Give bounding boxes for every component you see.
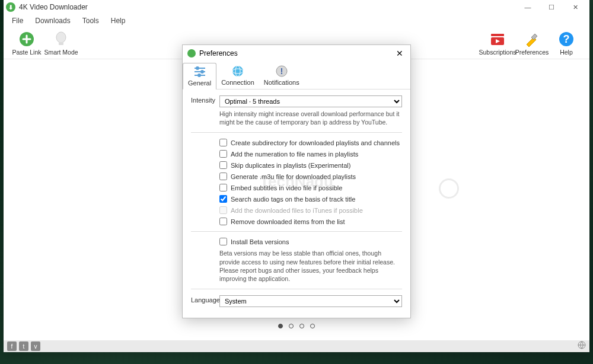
intensity-hint: High intensity might increase overall do…	[219, 110, 402, 126]
alert-icon: !	[275, 65, 288, 78]
app-icon: ⬇	[6, 2, 15, 12]
paste-link-button[interactable]: Paste Link	[9, 29, 44, 58]
dialog-close-button[interactable]: ✕	[394, 47, 406, 59]
statusbar: f t v	[4, 340, 589, 352]
subscriptions-icon	[489, 31, 506, 47]
menu-help[interactable]: Help	[106, 15, 130, 26]
svg-point-13	[197, 74, 201, 77]
beta-label: Install Beta versions	[231, 238, 289, 245]
option-checkbox[interactable]	[219, 150, 227, 158]
titlebar: ⬇ 4K Video Downloader — ☐ ✕	[4, 0, 589, 14]
svg-text:?: ?	[563, 33, 570, 45]
globe-icon	[231, 65, 244, 78]
close-button[interactable]: ✕	[563, 0, 587, 14]
help-label: Help	[560, 49, 573, 56]
dot-4[interactable]	[310, 324, 315, 328]
tab-general[interactable]: General	[183, 63, 216, 90]
tab-connection-label: Connection	[221, 79, 254, 86]
checkbox-row[interactable]: Create subdirectory for downloaded playl…	[219, 139, 402, 146]
svg-rect-3	[491, 34, 504, 36]
checkbox-row[interactable]: Embed subtitles in video file if possibl…	[219, 184, 402, 191]
preferences-button[interactable]: Preferences	[515, 29, 549, 58]
option-label: Embed subtitles in video file if possibl…	[231, 184, 342, 191]
checkbox-row[interactable]: Add the numeration to file names in play…	[219, 150, 402, 158]
plus-icon	[18, 31, 35, 47]
window-title: 4K Video Downloader	[19, 3, 516, 11]
option-checkbox	[219, 206, 227, 214]
dot-1[interactable]	[278, 324, 283, 328]
globe-icon[interactable]	[578, 341, 586, 352]
minimize-button[interactable]: —	[516, 0, 540, 14]
tab-notifications[interactable]: ! Notifications	[259, 63, 304, 89]
svg-point-1	[56, 32, 66, 43]
beta-hint: Beta versions may be less stable than of…	[219, 249, 402, 283]
svg-point-11	[200, 70, 204, 74]
option-checkbox[interactable]	[219, 184, 227, 191]
preferences-label: Preferences	[515, 49, 549, 56]
menubar: File Downloads Tools Help	[4, 14, 589, 27]
intensity-label: Intensity	[191, 95, 219, 104]
menu-file[interactable]: File	[7, 15, 28, 26]
dialog-titlebar: Preferences ✕	[183, 45, 410, 62]
dialog-body: Intensity Optimal · 5 threads High inten…	[183, 90, 410, 318]
option-checkbox[interactable]	[219, 161, 227, 169]
divider	[191, 231, 402, 232]
tools-icon	[524, 31, 540, 47]
option-label: Add the numeration to file names in play…	[231, 151, 358, 158]
subscriptions-button[interactable]: Subscriptions	[480, 29, 515, 58]
tab-connection[interactable]: Connection	[216, 63, 259, 89]
option-label: Add the downloaded files to iTunes if po…	[231, 207, 363, 214]
checkbox-row[interactable]: Generate .m3u file for downloaded playli…	[219, 173, 402, 180]
intensity-select[interactable]: Optimal · 5 threads	[219, 95, 402, 107]
svg-point-9	[196, 66, 199, 70]
beta-checkbox-row[interactable]: Install Beta versions	[219, 238, 402, 245]
option-checkbox[interactable]	[219, 173, 227, 180]
option-label: Remove downloaded items from the list	[231, 218, 345, 225]
language-select[interactable]: System	[219, 295, 402, 307]
checkbox-row: Add the downloaded files to iTunes if po…	[219, 206, 402, 214]
sliders-icon	[193, 65, 206, 78]
option-checkbox[interactable]	[219, 139, 227, 146]
tab-general-label: General	[188, 79, 211, 87]
option-checkbox[interactable]	[219, 195, 227, 203]
subscriptions-label: Subscriptions	[479, 49, 516, 56]
option-label: Create subdirectory for downloaded playl…	[231, 139, 400, 146]
svg-text:!: !	[280, 66, 283, 76]
paste-link-label: Paste Link	[12, 49, 41, 56]
divider	[191, 132, 402, 133]
smart-mode-button[interactable]: Smart Mode	[44, 29, 78, 58]
preferences-dialog: Preferences ✕ General Connection ! Notif…	[182, 44, 411, 318]
tab-notifications-label: Notifications	[264, 79, 299, 86]
option-label: Generate .m3u file for downloaded playli…	[231, 173, 356, 180]
pager-dots	[278, 324, 315, 328]
dot-2[interactable]	[289, 324, 294, 328]
twitter-icon[interactable]: t	[19, 341, 28, 351]
divider	[191, 289, 402, 289]
help-icon: ?	[558, 31, 575, 47]
option-checkbox[interactable]	[219, 218, 227, 225]
menu-downloads[interactable]: Downloads	[30, 15, 75, 26]
checkbox-row[interactable]: Remove downloaded items from the list	[219, 218, 402, 225]
option-label: Skip duplicates in playlists (Experiment…	[231, 162, 350, 169]
facebook-icon[interactable]: f	[7, 341, 17, 351]
language-label: Language	[191, 295, 219, 304]
menu-tools[interactable]: Tools	[78, 15, 104, 26]
dialog-title: Preferences	[199, 49, 394, 58]
dialog-tabs: General Connection ! Notifications	[183, 62, 410, 90]
option-label: Search audio tags on the basis of track …	[231, 196, 355, 203]
svg-point-14	[232, 66, 243, 76]
smart-mode-label: Smart Mode	[44, 49, 78, 56]
dot-3[interactable]	[299, 324, 304, 328]
maximize-button[interactable]: ☐	[540, 0, 563, 14]
checkbox-row[interactable]: Skip duplicates in playlists (Experiment…	[219, 161, 402, 169]
help-button[interactable]: ? Help	[549, 29, 584, 58]
dialog-app-icon	[187, 49, 196, 58]
beta-checkbox[interactable]	[219, 238, 227, 245]
vimeo-icon[interactable]: v	[31, 341, 40, 351]
checkbox-row[interactable]: Search audio tags on the basis of track …	[219, 195, 402, 203]
checkbox-group: Create subdirectory for downloaded playl…	[219, 139, 402, 225]
svg-rect-2	[59, 42, 63, 45]
bulb-icon	[53, 31, 69, 47]
